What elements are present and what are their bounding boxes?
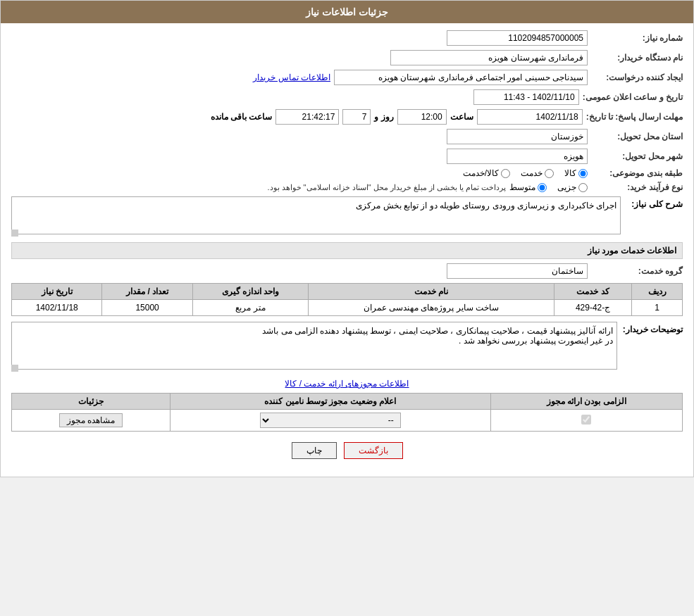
resize-handle	[11, 230, 18, 237]
province-input	[447, 129, 588, 144]
send-deadline-row: مهلت ارسال پاسخ: تا تاریخ: ساعت روز و سا…	[11, 109, 683, 125]
announce-date-row: تاریخ و ساعت اعلان عمومی:	[11, 89, 683, 105]
process-radio-jozii[interactable]	[578, 183, 588, 192]
creator-row: ایجاد کننده درخواست: اطلاعات تماس خریدار	[11, 70, 683, 85]
license-required-cell	[490, 410, 682, 432]
need-number-label: شماره نیاز:	[591, 33, 683, 43]
page-title: جزئیات اطلاعات نیاز	[1, 1, 693, 23]
col-name: نام خدمت	[309, 284, 554, 300]
licenses-section-title: اطلاعات مجوزهای ارائه خدمت / کالا	[11, 379, 683, 389]
process-option-jozii[interactable]: جزیی	[557, 182, 588, 192]
category-radio-khedmat[interactable]	[545, 169, 554, 178]
category-option-khedmat[interactable]: خدمت	[521, 168, 554, 178]
bottom-buttons: بازگشت چاپ	[11, 442, 683, 459]
category-radio-kala[interactable]	[578, 169, 588, 178]
services-section-title: اطلاعات خدمات مورد نیاز	[11, 242, 683, 259]
buyer-notes-textarea	[11, 322, 617, 370]
service-group-label: گروه خدمت:	[591, 266, 683, 276]
cell-qty: 15000	[102, 300, 192, 316]
buyer-notes-row: توضیحات خریدار:	[11, 322, 683, 372]
category-label: طبقه بندی موضوعی:	[591, 168, 683, 178]
print-button[interactable]: چاپ	[292, 442, 337, 459]
col-qty: تعداد / مقدار	[102, 284, 192, 300]
service-group-row: گروه خدمت:	[11, 263, 683, 279]
send-remaining-label: ساعت باقی مانده	[211, 112, 273, 122]
license-details-cell: مشاهده مجوز	[12, 410, 171, 432]
licenses-table: الزامی بودن ارائه مجوز اعلام وضعیت مجوز …	[11, 393, 683, 432]
license-required-checkbox	[581, 415, 591, 425]
col-details: جزئیات	[12, 394, 171, 410]
cell-name: ساخت سایر پروژه‌های مهندسی عمران	[309, 300, 554, 316]
licenses-table-header: الزامی بودن ارائه مجوز اعلام وضعیت مجوز …	[12, 394, 683, 410]
announce-date-label: تاریخ و ساعت اعلان عمومی:	[583, 92, 683, 102]
send-deadline-label: مهلت ارسال پاسخ: تا تاریخ:	[586, 112, 683, 122]
send-date-input	[477, 109, 583, 125]
process-radio-group: جزیی متوسط	[509, 182, 588, 192]
services-table-header: ردیف کد خدمت نام خدمت واحد اندازه گیری ت…	[12, 284, 683, 300]
resize-handle-notes	[11, 365, 18, 372]
category-option-kala[interactable]: کالا	[564, 168, 588, 178]
process-note: پرداخت تمام یا بخشی از مبلغ خریدار محل "…	[267, 183, 506, 192]
license-status-cell: --	[170, 410, 490, 432]
service-group-input	[447, 263, 588, 279]
buyer-org-row: نام دستگاه خریدار:	[11, 50, 683, 65]
category-radio-kala-khedmat[interactable]	[501, 169, 510, 178]
general-desc-textarea	[11, 196, 621, 234]
table-row: 1 ج-42-429 ساخت سایر پروژه‌های مهندسی عم…	[12, 300, 683, 316]
category-row: طبقه بندی موضوعی: کالا خدمت کالا/خدمت	[11, 168, 683, 178]
general-desc-label: شرح کلی نیاز:	[626, 196, 683, 209]
category-option-kala-khedmat[interactable]: کالا/خدمت	[463, 168, 510, 178]
send-time-input	[397, 109, 447, 125]
send-day-input	[342, 109, 371, 125]
need-number-row: شماره نیاز:	[11, 30, 683, 46]
process-option-motavasset[interactable]: متوسط	[509, 182, 547, 192]
province-row: استان محل تحویل:	[11, 129, 683, 144]
col-required: الزامی بودن ارائه مجوز	[490, 394, 682, 410]
col-code: کد خدمت	[554, 284, 632, 300]
col-unit: واحد اندازه گیری	[192, 284, 308, 300]
send-remaining-input	[275, 109, 339, 125]
announce-date-input	[473, 89, 579, 105]
city-input	[447, 149, 588, 164]
buyer-notes-label: توضیحات خریدار:	[623, 322, 683, 334]
process-label: نوع فرآیند خرید:	[591, 182, 683, 192]
main-content: شماره نیاز: نام دستگاه خریدار: ایجاد کنن…	[1, 23, 693, 477]
back-button[interactable]: بازگشت	[344, 442, 403, 459]
cell-row: 1	[632, 300, 683, 316]
view-license-button[interactable]: مشاهده مجوز	[59, 413, 123, 427]
cell-unit: متر مربع	[192, 300, 308, 316]
send-time-label: ساعت	[450, 112, 473, 122]
creator-contact-link[interactable]: اطلاعات تماس خریدار	[253, 73, 330, 82]
city-label: شهر محل تحویل:	[591, 151, 683, 161]
creator-input	[334, 70, 588, 85]
page-wrapper: جزئیات اطلاعات نیاز شماره نیاز: نام دستگ…	[0, 0, 694, 477]
cell-date: 1402/11/18	[12, 300, 102, 316]
category-radio-group: کالا خدمت کالا/خدمت	[463, 168, 588, 178]
buyer-org-input	[390, 50, 588, 65]
licenses-table-row: -- مشاهده مجوز	[12, 410, 683, 432]
city-row: شهر محل تحویل:	[11, 149, 683, 164]
col-row: ردیف	[632, 284, 683, 300]
process-radio-motavasset[interactable]	[538, 183, 547, 192]
services-table: ردیف کد خدمت نام خدمت واحد اندازه گیری ت…	[11, 283, 683, 316]
cell-code: ج-42-429	[554, 300, 632, 316]
license-status-select[interactable]: --	[260, 413, 401, 428]
province-label: استان محل تحویل:	[591, 132, 683, 142]
creator-label: ایجاد کننده درخواست:	[591, 73, 683, 82]
general-desc-row: شرح کلی نیاز:	[11, 196, 683, 237]
need-number-input	[447, 30, 588, 46]
col-status: اعلام وضعیت مجوز توسط نامین کننده	[170, 394, 490, 410]
process-row: نوع فرآیند خرید: جزیی متوسط پرداخت تمام …	[11, 182, 683, 192]
col-date: تاریخ نیاز	[12, 284, 102, 300]
send-day-label: روز و	[374, 112, 393, 122]
buyer-org-label: نام دستگاه خریدار:	[591, 53, 683, 63]
